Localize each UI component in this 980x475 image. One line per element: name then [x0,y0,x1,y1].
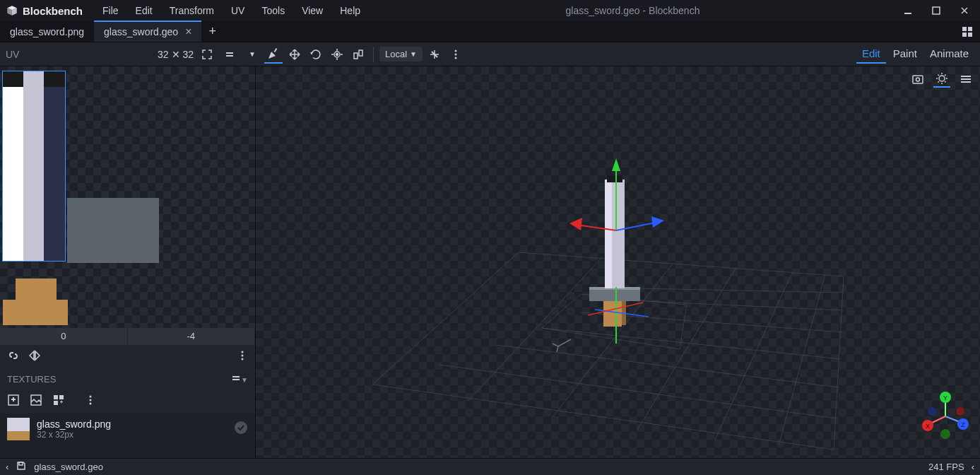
maximize-button[interactable] [926,3,946,18]
uv-coord-x[interactable]: 0 [0,328,128,345]
svg-rect-3 [968,27,972,31]
svg-rect-21 [232,379,240,380]
chevron-down-icon[interactable]: ▼ [243,45,261,64]
viewport[interactable]: Y X Z [256,66,980,458]
rotate-tool-icon[interactable] [307,45,325,64]
svg-point-65 [956,407,964,416]
svg-marker-50 [651,216,664,228]
fullscreen-icon[interactable] [198,45,216,64]
close-icon[interactable]: × [185,25,191,38]
blockbench-icon [6,4,18,17]
snap-icon[interactable] [425,45,444,64]
svg-text:Z: Z [961,421,965,428]
status-fps: 241 FPS [928,462,964,472]
svg-rect-12 [359,50,362,56]
app-name: Blockbench [23,5,83,17]
mode-paint[interactable]: Paint [887,45,923,64]
svg-text:Y: Y [943,394,947,401]
svg-rect-0 [904,13,911,14]
menu-help[interactable]: Help [333,2,367,19]
chevron-down-icon[interactable]: ▼ [241,374,248,385]
svg-rect-1 [933,7,940,14]
equals-icon[interactable] [231,373,241,385]
svg-point-30 [90,399,92,401]
svg-rect-67 [19,462,23,465]
tab-texture[interactable]: glass_sword.png [0,21,94,42]
back-icon[interactable]: ‹ [6,462,8,472]
select-label: Local [385,49,407,59]
workarea: 0 -4 TEXTURES ▼ glass_sword.png 32 [0,66,980,458]
svg-point-64 [940,429,950,439]
divider [373,47,374,62]
collapse-icon[interactable]: ‹ [972,462,974,472]
status-file: glass_sword.geo [34,462,103,472]
uv-selection[interactable] [2,71,66,262]
transform-space-select[interactable]: Local▼ [379,47,423,61]
menu-view[interactable]: View [295,2,330,19]
mode-animate[interactable]: Animate [924,45,974,64]
texture-item[interactable]: glass_sword.png 32 x 32px [0,414,255,445]
texture-actions [0,389,255,414]
textures-header: TEXTURES ▼ [0,369,255,389]
svg-point-29 [90,396,92,398]
menu-uv[interactable]: UV [224,2,252,19]
import-texture-icon[interactable] [7,394,20,409]
tab-model[interactable]: glass_sword.geo× [94,21,201,42]
svg-rect-40 [622,298,626,325]
svg-rect-28 [61,401,62,404]
save-icon[interactable] [16,460,27,474]
svg-point-19 [242,358,244,360]
create-texture-icon[interactable] [30,394,42,409]
svg-text:X: X [926,423,930,430]
mode-edit[interactable]: Edit [856,45,886,64]
uv-coords: 0 -4 [0,328,255,345]
move-tool-icon[interactable] [264,45,283,64]
kebab-icon[interactable] [237,350,248,364]
texture-name: glass_sword.png [37,418,111,430]
svg-rect-20 [232,376,240,377]
tab-label: glass_sword.geo [104,26,178,37]
layout-grid-icon[interactable] [955,21,980,42]
new-tab-button[interactable]: + [201,21,223,42]
svg-rect-26 [54,401,58,405]
toolbar: UV 32 ✕ 32 ▼ Local▼ Edit Paint Animate [0,42,980,66]
mirror-icon[interactable] [28,349,41,365]
menu-tools[interactable]: Tools [254,2,292,19]
svg-point-17 [242,351,244,353]
minimize-button[interactable] [898,3,918,18]
svg-point-10 [336,53,338,55]
uv-cube-handle [16,278,57,300]
texture-thumbnail [7,418,30,440]
svg-point-18 [242,355,244,357]
svg-marker-52 [569,218,582,230]
uv-cube-handle [3,300,68,325]
pivot-tool-icon[interactable] [328,45,346,64]
viewport-scene [256,66,980,458]
app-logo: Blockbench [6,4,83,17]
uv-cube-guard [67,198,159,263]
svg-rect-25 [59,395,64,399]
equals-icon[interactable] [220,45,239,64]
menubar: File Edit Transform UV Tools View Help [95,2,367,19]
close-button[interactable] [955,3,974,18]
menu-file[interactable]: File [95,2,126,19]
svg-rect-6 [226,52,233,54]
resize-tool-icon[interactable] [285,45,304,64]
menu-edit[interactable]: Edit [129,2,160,19]
uv-coord-y[interactable]: -4 [128,328,256,345]
svg-point-66 [928,407,936,416]
titlebar: Blockbench File Edit Transform UV Tools … [0,0,980,21]
svg-rect-41 [589,288,640,301]
generate-texture-icon[interactable] [52,394,65,409]
kebab-icon[interactable] [447,45,465,64]
vertex-snap-icon[interactable] [349,45,367,64]
svg-marker-48 [612,158,620,171]
menu-transform[interactable]: Transform [163,2,221,19]
link-icon[interactable] [7,349,20,365]
orientation-gizmo[interactable]: Y X Z [921,392,970,441]
check-icon[interactable] [234,421,248,438]
uv-panel[interactable] [0,66,255,328]
tab-label: glass_sword.png [10,26,84,37]
kebab-icon[interactable] [85,394,96,409]
svg-rect-44 [605,180,612,288]
